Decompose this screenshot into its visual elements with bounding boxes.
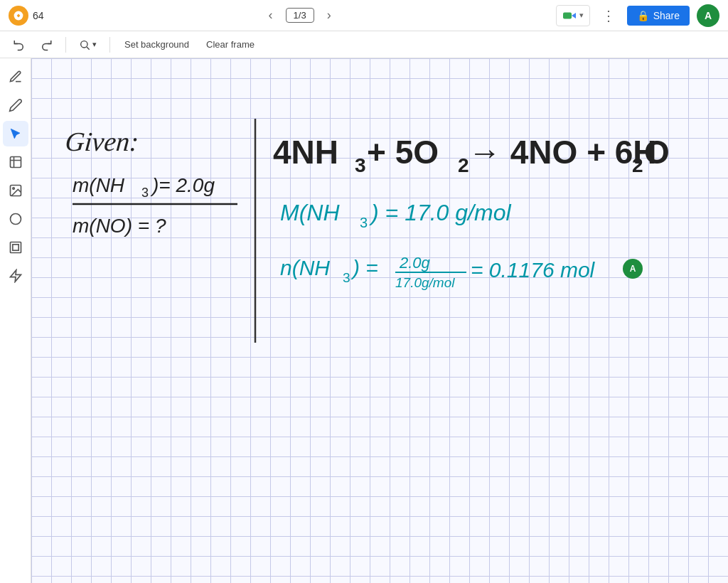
svg-text:m(NO) = ?: m(NO) = ? <box>73 215 166 237</box>
app-logo <box>9 6 28 26</box>
user-avatar-button[interactable]: A <box>697 4 719 27</box>
svg-text:n(NH: n(NH <box>280 256 330 279</box>
svg-text:3: 3 <box>355 154 366 176</box>
svg-text:3: 3 <box>141 186 149 200</box>
redo-button[interactable] <box>36 36 57 54</box>
share-lock-icon: 🔒 <box>637 10 649 21</box>
svg-text:17.0g/mol: 17.0g/mol <box>395 275 455 290</box>
clear-frame-button[interactable]: Clear frame <box>200 36 260 53</box>
google-meet-button[interactable]: ▾ <box>556 5 590 26</box>
canvas-background: Given: m(NH 3 )= 2.0g m(NO) = ? 4NH 3 + … <box>31 58 728 583</box>
svg-text:2: 2 <box>458 154 469 176</box>
svg-marker-2 <box>572 13 576 18</box>
zoom-dropdown-icon: ▾ <box>92 40 97 49</box>
svg-text:O: O <box>644 134 670 171</box>
logo-area: 64 <box>9 6 44 26</box>
zoom-button[interactable]: ▾ <box>75 37 101 53</box>
sidebar <box>0 58 31 583</box>
svg-text:2.0g: 2.0g <box>399 254 431 272</box>
toolbar: ▾ Set background Clear frame <box>0 31 728 58</box>
svg-rect-9 <box>10 242 21 253</box>
slide-count: 64 <box>33 10 44 21</box>
pen-tool-button[interactable] <box>3 64 28 90</box>
frame-button[interactable] <box>3 235 28 260</box>
svg-point-8 <box>10 214 21 225</box>
svg-rect-1 <box>563 12 572 18</box>
svg-point-7 <box>12 188 14 190</box>
svg-text:2: 2 <box>632 154 643 176</box>
meet-chevron: ▾ <box>579 11 584 20</box>
content-svg: Given: m(NH 3 )= 2.0g m(NO) = ? 4NH 3 + … <box>31 58 728 583</box>
collaborator-avatar: A <box>623 259 643 279</box>
svg-text:) =: ) = <box>350 256 378 279</box>
prev-button[interactable]: ‹ <box>266 5 276 26</box>
svg-text:4NH: 4NH <box>273 134 338 171</box>
svg-text:)= 2.0g: )= 2.0g <box>150 174 215 196</box>
svg-text:3: 3 <box>360 215 368 230</box>
sticky-note-button[interactable] <box>3 149 28 175</box>
toolbar-separator-2 <box>109 37 110 53</box>
svg-point-3 <box>81 41 87 47</box>
topbar-right: ▾ ⋮ 🔒 Share A <box>556 4 719 27</box>
set-background-button[interactable]: Set background <box>119 36 195 53</box>
svg-text:) = 17.0 g/mol: ) = 17.0 g/mol <box>368 200 511 225</box>
svg-text:+ 5O: + 5O <box>367 134 439 171</box>
share-button[interactable]: 🔒 Share <box>627 6 690 26</box>
marker-tool-button[interactable] <box>3 92 28 118</box>
more-button[interactable]: ⋮ <box>597 6 620 26</box>
select-tool-button[interactable] <box>3 121 28 146</box>
svg-text:Given:: Given: <box>64 127 140 156</box>
svg-line-4 <box>87 47 90 50</box>
main-area: Given: m(NH 3 )= 2.0g m(NO) = ? 4NH 3 + … <box>0 58 728 583</box>
svg-rect-5 <box>10 157 21 168</box>
topbar: 64 ‹ 1/3 › ▾ ⋮ 🔒 Share A <box>0 0 728 31</box>
undo-button[interactable] <box>9 36 30 54</box>
shape-button[interactable] <box>3 206 28 232</box>
svg-text:→ 4NO + 6H: → 4NO + 6H <box>469 134 657 171</box>
svg-text:3: 3 <box>343 270 350 285</box>
canvas-area[interactable]: Given: m(NH 3 )= 2.0g m(NO) = ? 4NH 3 + … <box>31 58 728 583</box>
image-button[interactable] <box>3 178 28 203</box>
toolbar-separator-1 <box>65 37 66 53</box>
next-button[interactable]: › <box>324 5 334 26</box>
svg-text:M(NH: M(NH <box>280 200 340 225</box>
svg-rect-10 <box>12 245 18 250</box>
nav-center: ‹ 1/3 › <box>51 5 549 26</box>
svg-text:m(NH: m(NH <box>73 174 125 196</box>
laser-button[interactable] <box>3 263 28 289</box>
slide-indicator: 1/3 <box>286 8 314 23</box>
svg-text:= 0.1176 mol: = 0.1176 mol <box>471 258 596 282</box>
share-label: Share <box>653 10 680 21</box>
